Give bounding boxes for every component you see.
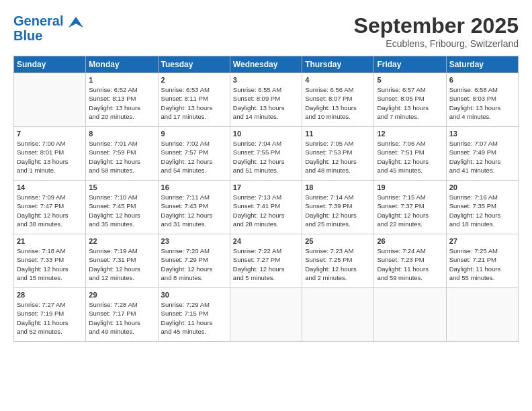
day-number: 8	[89, 130, 154, 138]
day-info: Sunrise: 7:13 AMSunset: 7:41 PMDaylight:…	[233, 193, 299, 228]
day-number: 6	[449, 76, 515, 84]
day-info: Sunrise: 6:53 AMSunset: 8:11 PMDaylight:…	[161, 85, 227, 121]
day-info: Sunrise: 7:07 AMSunset: 7:49 PMDaylight:…	[449, 139, 515, 175]
day-info: Sunrise: 7:06 AMSunset: 7:51 PMDaylight:…	[377, 139, 443, 175]
day-number: 29	[89, 291, 154, 299]
calendar-cell: 25Sunrise: 7:23 AMSunset: 7:25 PMDayligh…	[302, 234, 374, 288]
calendar-cell: 5Sunrise: 6:57 AMSunset: 8:05 PMDaylight…	[374, 73, 446, 127]
week-row-2: 7Sunrise: 7:00 AMSunset: 8:01 PMDaylight…	[14, 127, 519, 181]
calendar-table: SundayMondayTuesdayWednesdayThursdayFrid…	[13, 56, 519, 342]
week-row-3: 14Sunrise: 7:09 AMSunset: 7:47 PMDayligh…	[14, 181, 519, 234]
calendar-cell: 30Sunrise: 7:29 AMSunset: 7:15 PMDayligh…	[158, 288, 230, 342]
calendar-cell: 10Sunrise: 7:04 AMSunset: 7:55 PMDayligh…	[230, 127, 302, 181]
weekday-header-saturday: Saturday	[446, 56, 518, 73]
calendar-cell: 13Sunrise: 7:07 AMSunset: 7:49 PMDayligh…	[446, 127, 518, 181]
day-info: Sunrise: 7:01 AMSunset: 7:59 PMDaylight:…	[89, 139, 154, 175]
day-number: 14	[17, 183, 83, 191]
weekday-header-tuesday: Tuesday	[158, 56, 230, 73]
title-block: September 2025 Ecublens, Fribourg, Switz…	[354, 13, 519, 49]
day-number: 23	[161, 237, 227, 245]
day-info: Sunrise: 7:18 AMSunset: 7:33 PMDaylight:…	[17, 246, 83, 282]
calendar-cell: 27Sunrise: 7:25 AMSunset: 7:21 PMDayligh…	[446, 234, 518, 288]
day-info: Sunrise: 7:29 AMSunset: 7:15 PMDaylight:…	[161, 300, 227, 336]
day-number: 17	[233, 183, 299, 191]
weekday-header-thursday: Thursday	[302, 56, 374, 73]
calendar-cell	[230, 288, 302, 342]
calendar-cell: 18Sunrise: 7:14 AMSunset: 7:39 PMDayligh…	[302, 181, 374, 234]
day-number: 20	[449, 183, 515, 191]
day-info: Sunrise: 7:09 AMSunset: 7:47 PMDaylight:…	[17, 193, 83, 228]
calendar-cell	[374, 288, 446, 342]
calendar-cell: 16Sunrise: 7:11 AMSunset: 7:43 PMDayligh…	[158, 181, 230, 234]
day-info: Sunrise: 7:14 AMSunset: 7:39 PMDaylight:…	[305, 193, 371, 228]
day-number: 11	[305, 130, 371, 138]
calendar-cell	[302, 288, 374, 342]
weekday-header-monday: Monday	[86, 56, 158, 73]
day-number: 16	[161, 183, 227, 191]
weekday-header-wednesday: Wednesday	[230, 56, 302, 73]
calendar-cell: 12Sunrise: 7:06 AMSunset: 7:51 PMDayligh…	[374, 127, 446, 181]
week-row-4: 21Sunrise: 7:18 AMSunset: 7:33 PMDayligh…	[14, 234, 519, 288]
logo-general: General	[13, 13, 63, 28]
day-info: Sunrise: 7:24 AMSunset: 7:23 PMDaylight:…	[377, 246, 443, 282]
calendar-cell: 15Sunrise: 7:10 AMSunset: 7:45 PMDayligh…	[86, 181, 158, 234]
day-number: 4	[305, 76, 371, 84]
calendar-cell: 23Sunrise: 7:20 AMSunset: 7:29 PMDayligh…	[158, 234, 230, 288]
calendar-cell: 1Sunrise: 6:52 AMSunset: 8:13 PMDaylight…	[86, 73, 158, 127]
day-number: 27	[449, 237, 515, 245]
day-number: 1	[89, 76, 154, 84]
calendar-cell: 26Sunrise: 7:24 AMSunset: 7:23 PMDayligh…	[374, 234, 446, 288]
calendar-cell	[14, 73, 86, 127]
calendar-cell: 4Sunrise: 6:56 AMSunset: 8:07 PMDaylight…	[302, 73, 374, 127]
weekday-header-friday: Friday	[374, 56, 446, 73]
calendar-cell: 6Sunrise: 6:58 AMSunset: 8:03 PMDaylight…	[446, 73, 518, 127]
day-number: 25	[305, 237, 371, 245]
day-number: 3	[233, 76, 299, 84]
logo-blue: Blue	[13, 28, 83, 43]
day-info: Sunrise: 7:22 AMSunset: 7:27 PMDaylight:…	[233, 246, 299, 282]
day-number: 28	[17, 291, 83, 299]
day-info: Sunrise: 6:55 AMSunset: 8:09 PMDaylight:…	[233, 85, 299, 121]
calendar-cell: 11Sunrise: 7:05 AMSunset: 7:53 PMDayligh…	[302, 127, 374, 181]
day-info: Sunrise: 7:25 AMSunset: 7:21 PMDaylight:…	[449, 246, 515, 282]
day-info: Sunrise: 7:04 AMSunset: 7:55 PMDaylight:…	[233, 139, 299, 175]
day-info: Sunrise: 7:02 AMSunset: 7:57 PMDaylight:…	[161, 139, 227, 175]
logo: General Blue	[13, 13, 83, 43]
calendar-cell: 14Sunrise: 7:09 AMSunset: 7:47 PMDayligh…	[14, 181, 86, 234]
calendar-cell	[446, 288, 518, 342]
day-info: Sunrise: 6:52 AMSunset: 8:13 PMDaylight:…	[89, 85, 154, 121]
day-info: Sunrise: 7:16 AMSunset: 7:35 PMDaylight:…	[449, 193, 515, 228]
day-number: 30	[161, 291, 227, 299]
day-number: 10	[233, 130, 299, 138]
day-info: Sunrise: 7:00 AMSunset: 8:01 PMDaylight:…	[17, 139, 83, 175]
day-info: Sunrise: 7:23 AMSunset: 7:25 PMDaylight:…	[305, 246, 371, 282]
calendar-cell: 2Sunrise: 6:53 AMSunset: 8:11 PMDaylight…	[158, 73, 230, 127]
calendar-cell: 7Sunrise: 7:00 AMSunset: 8:01 PMDaylight…	[14, 127, 86, 181]
weekday-header-row: SundayMondayTuesdayWednesdayThursdayFrid…	[14, 56, 519, 73]
calendar-cell: 3Sunrise: 6:55 AMSunset: 8:09 PMDaylight…	[230, 73, 302, 127]
calendar-cell: 24Sunrise: 7:22 AMSunset: 7:27 PMDayligh…	[230, 234, 302, 288]
day-info: Sunrise: 7:20 AMSunset: 7:29 PMDaylight:…	[161, 246, 227, 282]
day-info: Sunrise: 6:58 AMSunset: 8:03 PMDaylight:…	[449, 85, 515, 121]
day-number: 15	[89, 183, 154, 191]
day-number: 5	[377, 76, 443, 84]
day-number: 7	[17, 130, 83, 138]
day-number: 9	[161, 130, 227, 138]
day-info: Sunrise: 7:11 AMSunset: 7:43 PMDaylight:…	[161, 193, 227, 228]
day-info: Sunrise: 6:57 AMSunset: 8:05 PMDaylight:…	[377, 85, 443, 121]
location-subtitle: Ecublens, Fribourg, Switzerland	[354, 38, 519, 49]
page-header: General Blue September 2025 Ecublens, Fr…	[13, 13, 519, 49]
day-number: 22	[89, 237, 154, 245]
day-info: Sunrise: 7:15 AMSunset: 7:37 PMDaylight:…	[377, 193, 443, 228]
week-row-1: 1Sunrise: 6:52 AMSunset: 8:13 PMDaylight…	[14, 73, 519, 127]
day-info: Sunrise: 7:28 AMSunset: 7:17 PMDaylight:…	[89, 300, 154, 336]
day-number: 19	[377, 183, 443, 191]
calendar-cell: 22Sunrise: 7:19 AMSunset: 7:31 PMDayligh…	[86, 234, 158, 288]
day-info: Sunrise: 7:27 AMSunset: 7:19 PMDaylight:…	[17, 300, 83, 336]
day-number: 12	[377, 130, 443, 138]
logo-bird-icon	[69, 17, 83, 28]
day-number: 18	[305, 183, 371, 191]
calendar-cell: 21Sunrise: 7:18 AMSunset: 7:33 PMDayligh…	[14, 234, 86, 288]
calendar-cell: 8Sunrise: 7:01 AMSunset: 7:59 PMDaylight…	[86, 127, 158, 181]
calendar-cell: 17Sunrise: 7:13 AMSunset: 7:41 PMDayligh…	[230, 181, 302, 234]
